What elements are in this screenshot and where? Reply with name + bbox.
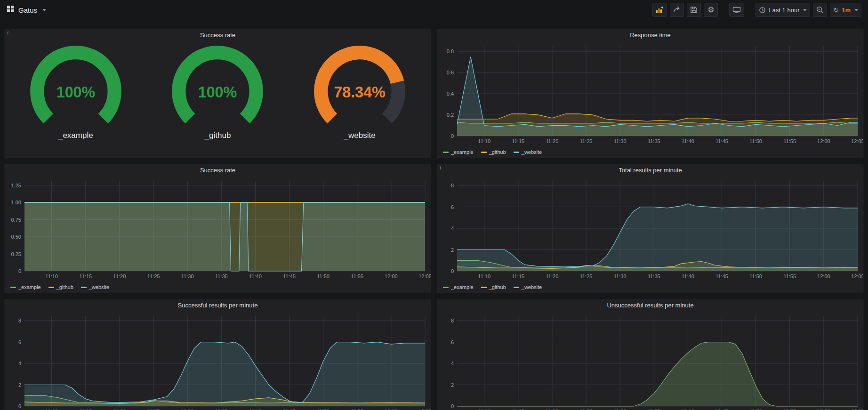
time-range-picker[interactable]: Last 1 hour xyxy=(755,3,810,17)
refresh-picker[interactable]: ↻ 1m xyxy=(830,3,861,17)
svg-text:11:45: 11:45 xyxy=(283,273,296,279)
svg-text:0: 0 xyxy=(18,403,21,409)
monitor-icon xyxy=(732,6,741,14)
zoom-out-button[interactable] xyxy=(813,3,827,17)
svg-text:0: 0 xyxy=(451,268,454,274)
add-panel-button[interactable] xyxy=(652,3,667,17)
svg-text:6: 6 xyxy=(451,204,454,210)
svg-text:0.4: 0.4 xyxy=(447,91,454,96)
svg-text:11:30: 11:30 xyxy=(614,138,627,144)
panel-title[interactable]: Response time xyxy=(437,29,863,41)
svg-text:11:50: 11:50 xyxy=(317,273,330,279)
gauge-arc: 100% xyxy=(8,43,144,131)
svg-text:11:50: 11:50 xyxy=(749,138,762,144)
svg-text:11:20: 11:20 xyxy=(113,273,126,279)
gauge-arc: 100% xyxy=(149,43,286,131)
legend-series-mark xyxy=(443,287,449,288)
svg-text:1.25: 1.25 xyxy=(11,183,21,188)
panel-success-rate-gauges: i Success rate 100% _example 100% _githu… xyxy=(4,29,431,158)
legend-item[interactable]: _github xyxy=(481,284,506,290)
legend-item[interactable]: _website xyxy=(514,284,542,290)
legend-item[interactable]: _github xyxy=(48,284,73,290)
svg-text:2: 2 xyxy=(18,382,21,388)
svg-text:12:00: 12:00 xyxy=(817,273,830,279)
svg-text:12:05: 12:05 xyxy=(851,138,863,144)
svg-text:8: 8 xyxy=(451,183,454,188)
response-time-chart[interactable]: 11:1011:1511:2011:2511:3011:3511:4011:45… xyxy=(437,41,863,146)
gear-icon: ⚙ xyxy=(707,6,714,14)
dashboard-picker[interactable]: Gatus xyxy=(7,5,46,15)
successful-results-chart[interactable]: 11:1011:1511:2011:2511:3011:3511:4011:45… xyxy=(5,312,431,410)
success-rate-chart[interactable]: 11:1011:1511:2011:2511:3011:3511:4011:45… xyxy=(5,177,431,281)
cycle-view-button[interactable] xyxy=(729,3,744,17)
svg-text:11:30: 11:30 xyxy=(614,273,627,279)
gauge-label: _github xyxy=(205,131,231,140)
gauge-github: 100% _github xyxy=(147,43,288,140)
svg-text:11:55: 11:55 xyxy=(351,273,363,279)
legend-item[interactable]: _website xyxy=(81,284,109,290)
legend-series-mark xyxy=(514,287,519,288)
legend-series-label: _website xyxy=(522,284,542,290)
dashboard-grid-icon xyxy=(7,5,14,15)
svg-text:11:25: 11:25 xyxy=(580,138,593,144)
navbar: Gatus ⚙ xyxy=(0,0,868,20)
panel-info-icon[interactable]: i xyxy=(7,30,8,35)
time-range-label: Last 1 hour xyxy=(769,7,799,13)
legend-series-label: _example xyxy=(18,284,41,290)
save-button[interactable] xyxy=(687,3,701,17)
svg-text:100%: 100% xyxy=(198,84,237,101)
legend-series-label: _github xyxy=(489,149,506,155)
panel-title[interactable]: Unsuccessful results per minute xyxy=(437,299,863,312)
svg-text:4: 4 xyxy=(451,361,454,366)
svg-text:0.50: 0.50 xyxy=(11,234,21,240)
panel-title[interactable]: Total results per minute xyxy=(437,164,863,177)
legend-item[interactable]: _example xyxy=(10,284,41,290)
panel-title[interactable]: Success rate xyxy=(5,29,431,41)
svg-text:0: 0 xyxy=(451,133,454,139)
svg-text:2: 2 xyxy=(451,382,454,388)
gauge-label: _website xyxy=(344,131,376,140)
refresh-interval-label: 1m xyxy=(842,7,851,13)
navbar-actions: ⚙ Last 1 hour ↻ 1m xyxy=(652,3,861,17)
svg-text:78.34%: 78.34% xyxy=(334,84,386,101)
svg-text:0.75: 0.75 xyxy=(11,217,21,223)
svg-text:4: 4 xyxy=(451,225,454,231)
svg-text:11:40: 11:40 xyxy=(682,138,694,144)
svg-text:11:55: 11:55 xyxy=(783,138,796,144)
gauge-label: _example xyxy=(58,131,93,140)
legend-item[interactable]: _github xyxy=(481,149,506,155)
panel-title[interactable]: Success rate xyxy=(5,164,431,177)
legend-item[interactable]: _website xyxy=(514,149,542,155)
svg-text:11:15: 11:15 xyxy=(512,138,524,144)
legend-series-mark xyxy=(481,152,487,153)
chevron-down-icon xyxy=(854,9,858,11)
svg-text:0.6: 0.6 xyxy=(447,70,454,75)
unsuccessful-results-chart[interactable]: 11:1011:1511:2011:2511:3011:3511:4011:45… xyxy=(437,312,863,410)
clock-icon xyxy=(759,7,766,14)
settings-button[interactable]: ⚙ xyxy=(704,3,718,17)
svg-text:12:00: 12:00 xyxy=(817,138,830,144)
chart-legend: _example_github_website xyxy=(437,281,863,293)
legend-series-label: _example xyxy=(451,149,474,155)
panel-successful-results: Successful results per minute 11:1011:15… xyxy=(4,299,431,410)
total-results-chart[interactable]: 11:1011:1511:2011:2511:3011:3511:4011:45… xyxy=(437,177,863,281)
panel-title[interactable]: Successful results per minute xyxy=(5,299,431,312)
svg-text:11:10: 11:10 xyxy=(45,273,58,279)
legend-item[interactable]: _example xyxy=(443,149,474,155)
legend-series-mark xyxy=(10,287,16,288)
legend-item[interactable]: _example xyxy=(443,284,474,290)
svg-text:11:20: 11:20 xyxy=(546,138,559,144)
panel-response-time: Response time 11:1011:1511:2011:2511:301… xyxy=(437,29,864,158)
panel-info-icon[interactable]: i xyxy=(440,165,441,170)
gauge-example: 100% _example xyxy=(6,43,146,140)
panel-success-rate-timeseries: Success rate 11:1011:1511:2011:2511:3011… xyxy=(4,164,431,293)
share-button[interactable] xyxy=(670,3,684,17)
legend-series-mark xyxy=(48,287,54,288)
refresh-icon: ↻ xyxy=(833,7,839,13)
svg-text:11:25: 11:25 xyxy=(147,273,160,279)
svg-text:11:35: 11:35 xyxy=(215,273,228,279)
svg-text:11:10: 11:10 xyxy=(478,273,490,279)
dashboard-grid: i Success rate 100% _example 100% _githu… xyxy=(0,20,868,410)
svg-text:100%: 100% xyxy=(56,84,96,101)
svg-text:11:55: 11:55 xyxy=(783,273,796,279)
